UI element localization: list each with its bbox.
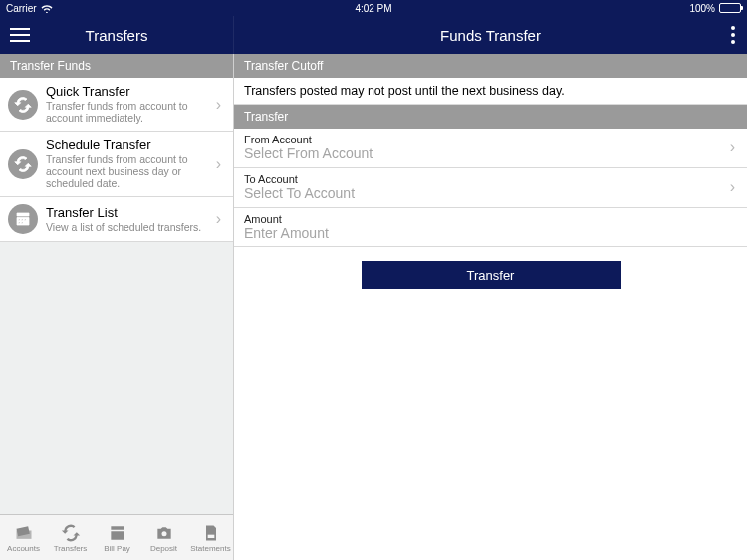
tab-label: Statements bbox=[190, 544, 230, 553]
chevron-right-icon: › bbox=[212, 155, 225, 173]
chevron-right-icon: › bbox=[212, 210, 225, 228]
tab-label: Accounts bbox=[7, 544, 40, 553]
sidebar-item-label: Quick Transfer bbox=[46, 85, 212, 100]
sidebar-item-label: Schedule Transfer bbox=[46, 139, 212, 153]
calendar-icon bbox=[108, 523, 127, 543]
tab-statements[interactable]: Statements bbox=[187, 515, 234, 560]
field-value: Select From Account bbox=[244, 145, 737, 162]
menu-button[interactable] bbox=[10, 28, 30, 42]
tab-label: Bill Pay bbox=[104, 544, 130, 553]
from-account-field[interactable]: From Account Select From Account › bbox=[234, 129, 747, 168]
battery-icon bbox=[719, 3, 741, 13]
tab-deposit[interactable]: Deposit bbox=[140, 515, 187, 560]
app-frame: Carrier 4:02 PM 100% Transfers Funds Tra… bbox=[0, 0, 747, 560]
sidebar-item-desc: Transfer funds from account to account i… bbox=[46, 100, 212, 124]
tab-label: Deposit bbox=[150, 544, 177, 553]
card-icon bbox=[14, 523, 34, 543]
sidebar: Transfer Funds Quick Transfer Transfer f… bbox=[0, 54, 234, 560]
calendar-icon bbox=[8, 204, 38, 234]
tab-transfers[interactable]: Transfers bbox=[47, 515, 94, 560]
transfer-header: Transfer bbox=[234, 105, 747, 129]
cutoff-message: Transfers posted may not post until the … bbox=[234, 78, 747, 105]
sidebar-item-desc: Transfer funds from account to account n… bbox=[46, 153, 212, 189]
tab-label: Transfers bbox=[54, 544, 88, 553]
svg-point-0 bbox=[161, 531, 166, 536]
sidebar-item-schedule-transfer[interactable]: Schedule Transfer Transfer funds from ac… bbox=[0, 132, 233, 197]
field-value: Enter Amount bbox=[244, 225, 737, 242]
field-label: From Account bbox=[244, 134, 737, 145]
cutoff-header: Transfer Cutoff bbox=[234, 54, 747, 78]
svg-rect-1 bbox=[207, 534, 214, 537]
chevron-right-icon: › bbox=[212, 96, 225, 114]
field-label: Amount bbox=[244, 213, 737, 225]
page-title: Funds Transfer bbox=[234, 27, 747, 44]
nav-bar: Transfers Funds Transfer bbox=[0, 16, 747, 54]
wifi-icon bbox=[41, 4, 53, 13]
to-account-field[interactable]: To Account Select To Account › bbox=[234, 168, 747, 208]
sidebar-item-quick-transfer[interactable]: Quick Transfer Transfer funds from accou… bbox=[0, 78, 233, 132]
field-value: Select To Account bbox=[244, 185, 737, 202]
chevron-right-icon: › bbox=[726, 178, 739, 196]
sidebar-title: Transfers bbox=[0, 27, 233, 44]
field-label: To Account bbox=[244, 173, 737, 185]
transfer-icon bbox=[8, 90, 38, 120]
tab-billpay[interactable]: Bill Pay bbox=[94, 515, 140, 560]
tab-bar: Accounts Transfers Bill Pay Deposit Stat… bbox=[0, 514, 233, 560]
main-panel: Transfer Cutoff Transfers posted may not… bbox=[234, 54, 747, 560]
sidebar-section-header: Transfer Funds bbox=[0, 54, 233, 78]
sidebar-item-transfer-list[interactable]: Transfer List View a list of scheduled t… bbox=[0, 197, 233, 242]
status-bar: Carrier 4:02 PM 100% bbox=[0, 0, 747, 16]
carrier-label: Carrier bbox=[6, 3, 37, 14]
transfer-button[interactable]: Transfer bbox=[362, 261, 621, 289]
battery-label: 100% bbox=[689, 3, 715, 14]
sidebar-item-label: Transfer List bbox=[46, 206, 212, 221]
sidebar-item-desc: View a list of scheduled transfers. bbox=[46, 221, 212, 233]
document-icon bbox=[201, 523, 221, 543]
transfer-icon bbox=[8, 149, 38, 179]
more-button[interactable] bbox=[731, 26, 735, 44]
chevron-right-icon: › bbox=[726, 139, 739, 156]
camera-icon bbox=[154, 523, 174, 543]
amount-field[interactable]: Amount Enter Amount bbox=[234, 208, 747, 248]
tab-accounts[interactable]: Accounts bbox=[0, 515, 47, 560]
transfer-icon bbox=[61, 523, 81, 543]
clock: 4:02 PM bbox=[355, 3, 391, 14]
